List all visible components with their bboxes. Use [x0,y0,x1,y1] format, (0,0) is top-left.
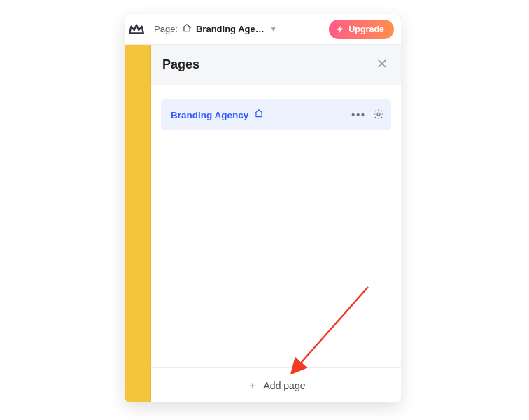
page-more-button[interactable]: ••• [351,109,366,120]
home-icon [182,23,192,35]
page-selector-title: Branding Age… [196,24,264,34]
page-row-actions: ••• [351,108,384,122]
home-icon [254,108,264,121]
app-window: Page: Branding Age… ▼ Upgrade Pages [125,14,401,402]
crown-logo-icon [127,20,146,38]
pages-panel-title: Pages [162,57,199,72]
topbar: Page: Branding Age… ▼ Upgrade [125,14,401,45]
upgrade-label: Upgrade [348,24,384,34]
upgrade-button[interactable]: Upgrade [329,20,394,39]
close-button[interactable] [374,57,390,73]
more-icon: ••• [351,109,366,120]
page-name: Branding Agency [171,110,248,120]
page-row[interactable]: Branding Agency ••• [161,99,391,130]
pages-panel-footer: ＋ Add page [151,368,401,402]
close-icon [376,58,388,71]
plus-icon: ＋ [247,380,258,391]
add-page-button[interactable]: ＋ Add page [247,380,306,391]
pages-panel: Pages Branding Agency ••• [151,45,401,402]
pages-panel-header: Pages [151,45,401,85]
page-settings-button[interactable] [373,108,384,122]
page-selector[interactable]: Page: Branding Age… ▼ [154,23,277,35]
chevron-down-icon: ▼ [270,25,277,33]
lightning-icon [336,25,344,34]
gear-icon [373,108,384,122]
svg-point-0 [377,113,380,115]
page-selector-label: Page: [154,24,178,34]
pages-list: Branding Agency ••• [151,85,401,368]
add-page-label: Add page [264,380,306,391]
